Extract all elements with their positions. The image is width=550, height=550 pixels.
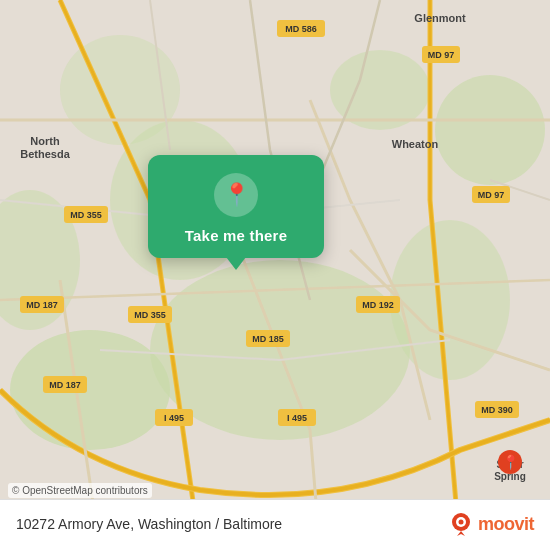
svg-text:MD 187: MD 187 [49,380,81,390]
svg-point-1 [10,330,170,450]
take-me-there-button[interactable]: Take me there [185,227,287,244]
svg-text:MD 355: MD 355 [70,210,102,220]
svg-text:MD 355: MD 355 [134,310,166,320]
svg-point-4 [390,220,510,380]
svg-text:Bethesda: Bethesda [20,148,70,160]
pin-icon: 📍 [223,184,250,206]
svg-point-5 [435,75,545,185]
svg-text:MD 185: MD 185 [252,334,284,344]
svg-text:MD 97: MD 97 [428,50,455,60]
moovit-label: moovit [478,514,534,535]
svg-text:MD 390: MD 390 [481,405,513,415]
svg-text:MD 586: MD 586 [285,24,317,34]
svg-text:MD 187: MD 187 [26,300,58,310]
svg-text:MD 192: MD 192 [362,300,394,310]
svg-text:Glenmont: Glenmont [414,12,466,24]
bottom-bar: 10272 Armory Ave, Washington / Baltimore… [0,499,550,550]
svg-text:📍: 📍 [502,454,520,471]
svg-text:North: North [30,135,60,147]
map-container: MD 586 MD 97 MD 97 MD 355 MD 355 MD 187 … [0,0,550,550]
svg-text:MD 97: MD 97 [478,190,505,200]
pin-icon-container: 📍 [214,173,258,217]
address-label: 10272 Armory Ave, Washington / Baltimore [16,516,282,532]
svg-text:I 495: I 495 [164,413,184,423]
svg-text:Wheaton: Wheaton [392,138,439,150]
moovit-logo: moovit [447,510,534,538]
map-background: MD 586 MD 97 MD 97 MD 355 MD 355 MD 187 … [0,0,550,550]
moovit-icon [447,510,475,538]
svg-text:I 495: I 495 [287,413,307,423]
svg-point-43 [458,520,463,525]
copyright-notice: © OpenStreetMap contributors [8,483,152,498]
popup-card[interactable]: 📍 Take me there [148,155,324,258]
